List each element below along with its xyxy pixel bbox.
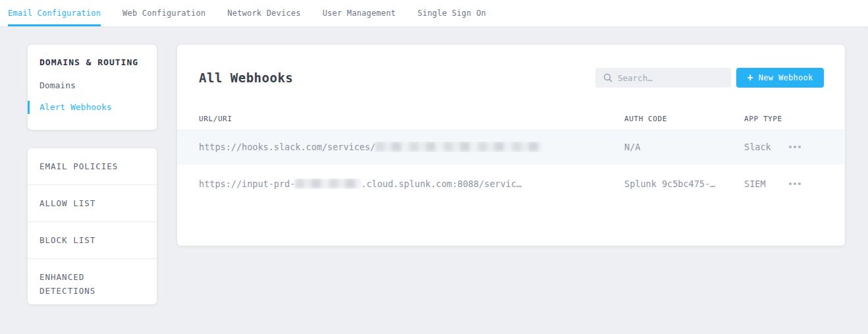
tab-web-configuration[interactable]: Web Configuration <box>122 0 205 26</box>
webhook-url-cell: https://input-prd-.cloud.splunk.com:8088… <box>199 179 624 189</box>
new-webhook-button-label: New Webhook <box>759 73 813 82</box>
row-overflow-menu-icon[interactable] <box>788 179 823 189</box>
webhooks-panel: All Webhooks + New Webhook URL/URI AUTH … <box>177 45 845 246</box>
sidebar-item-alert-webhooks[interactable]: Alert Webhooks <box>28 101 157 114</box>
table-header: URL/URI AUTH CODE APP TYPE <box>177 109 845 129</box>
app-type-cell: Slack <box>744 142 788 152</box>
sidebar-item-block-list[interactable]: BLOCK LIST <box>28 221 157 258</box>
plus-icon: + <box>747 73 753 83</box>
table-row[interactable]: https://input-prd-.cloud.splunk.com:8088… <box>177 165 845 202</box>
top-navigation: Email Configuration Web Configuration Ne… <box>0 0 868 26</box>
tab-email-configuration[interactable]: Email Configuration <box>8 0 101 26</box>
auth-code-cell: Splunk 9c5bc475-… <box>624 179 744 189</box>
new-webhook-button[interactable]: + New Webhook <box>736 68 824 88</box>
redacted-url-segment <box>375 142 542 152</box>
webhook-url-cell: https://hooks.slack.com/services/ <box>199 142 624 152</box>
search-box[interactable] <box>595 68 731 88</box>
tab-single-sign-on[interactable]: Single Sign On <box>418 0 486 26</box>
search-icon <box>603 73 612 82</box>
column-header-url: URL/URI <box>199 115 624 123</box>
search-input[interactable] <box>618 73 723 83</box>
tab-user-management[interactable]: User Management <box>323 0 396 26</box>
tab-network-devices[interactable]: Network Devices <box>227 0 300 26</box>
sidebar-item-allow-list[interactable]: ALLOW LIST <box>28 184 157 221</box>
sidebar-item-email-policies[interactable]: EMAIL POLICIES <box>28 148 157 184</box>
sidebar-sections-card: EMAIL POLICIES ALLOW LIST BLOCK LIST ENH… <box>28 148 157 304</box>
auth-code-cell: N/A <box>624 142 744 152</box>
column-header-auth-code: AUTH CODE <box>624 115 744 123</box>
table-row[interactable]: https://hooks.slack.com/services/ N/A Sl… <box>177 129 845 165</box>
sidebar-group-title: DOMAINS & ROUTING <box>28 57 157 68</box>
page-title: All Webhooks <box>199 69 293 87</box>
row-overflow-menu-icon[interactable] <box>788 142 823 152</box>
redacted-url-segment <box>295 179 361 188</box>
sidebar-domains-routing-card: DOMAINS & ROUTING Domains Alert Webhooks <box>28 45 157 130</box>
webhooks-table: https://hooks.slack.com/services/ N/A Sl… <box>177 129 845 202</box>
sidebar-item-domains[interactable]: Domains <box>28 79 157 92</box>
app-type-cell: SIEM <box>744 179 788 189</box>
sidebar-item-enhanced-detections[interactable]: ENHANCED DETECTIONS <box>28 258 157 309</box>
column-header-app-type: APP TYPE <box>744 115 788 123</box>
